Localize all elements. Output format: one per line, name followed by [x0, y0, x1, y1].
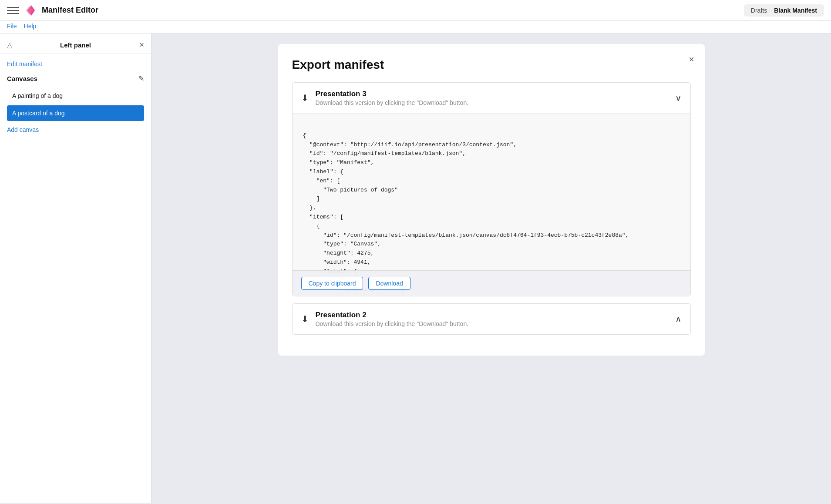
- presentation2-name: Presentation 2: [316, 311, 675, 319]
- left-panel-content: Edit manifest Canvases ✎ A painting of a…: [0, 54, 151, 503]
- app-logo: Manifest Editor: [24, 3, 98, 17]
- presentation3-header[interactable]: ⬇ Presentation 3 Download this version b…: [293, 83, 690, 113]
- add-canvas-link[interactable]: Add canvas: [7, 126, 144, 133]
- drafts-button[interactable]: Drafts: [751, 7, 767, 14]
- export-title: Export manifest: [292, 58, 691, 72]
- app-title: Manifest Editor: [42, 6, 98, 15]
- presentation3-desc: Download this version by clicking the "D…: [316, 99, 675, 106]
- presentation3-chevron[interactable]: ∨: [675, 93, 682, 103]
- export-close-button[interactable]: ×: [689, 54, 694, 64]
- canvases-header: Canvases ✎: [7, 74, 144, 83]
- canvas-item-postcard[interactable]: A postcard of a dog: [7, 105, 144, 121]
- canvases-label: Canvases: [7, 75, 37, 82]
- presentation2-section: ⬇ Presentation 2 Download this version b…: [292, 303, 691, 335]
- left-panel-header: △ Left panel ×: [0, 34, 151, 54]
- menubar: File Help: [0, 21, 831, 34]
- presentation3-code-container[interactable]: { "@context": "http://iiif.io/api/presen…: [293, 113, 690, 296]
- presentation3-section: ⬇ Presentation 3 Download this version b…: [292, 82, 691, 296]
- canvases-section: Canvases ✎ A painting of a dog A postcar…: [7, 74, 144, 133]
- topbar-actions: Drafts Blank Manifest: [744, 4, 824, 17]
- logo-icon: [24, 3, 38, 17]
- file-menu[interactable]: File: [7, 23, 17, 30]
- topbar: Manifest Editor Drafts Blank Manifest: [0, 0, 831, 21]
- presentation2-info: Presentation 2 Download this version by …: [316, 311, 675, 327]
- close-panel-button[interactable]: ×: [139, 40, 144, 50]
- presentation2-chevron[interactable]: ∧: [675, 314, 682, 324]
- canvas-item-painting[interactable]: A painting of a dog: [7, 88, 144, 104]
- left-panel: △ Left panel × Edit manifest Canvases ✎ …: [0, 34, 151, 503]
- main-content: Export manifest × ⬇ Presentation 3 Downl…: [151, 34, 831, 503]
- download-button[interactable]: Download: [368, 277, 410, 290]
- triangle-icon: △: [7, 41, 12, 49]
- action-bar: Copy to clipboard Download: [293, 270, 690, 296]
- presentation2-download-icon[interactable]: ⬇: [301, 314, 309, 324]
- presentation3-name: Presentation 3: [316, 90, 675, 98]
- edit-manifest-link[interactable]: Edit manifest: [7, 60, 144, 67]
- copy-to-clipboard-button[interactable]: Copy to clipboard: [301, 277, 363, 290]
- presentation2-desc: Download this version by clicking the "D…: [316, 320, 675, 327]
- presentation2-header[interactable]: ⬇ Presentation 2 Download this version b…: [293, 304, 690, 334]
- main-layout: △ Left panel × Edit manifest Canvases ✎ …: [0, 34, 831, 503]
- presentation3-download-icon[interactable]: ⬇: [301, 93, 309, 103]
- blank-manifest-button[interactable]: Blank Manifest: [774, 7, 817, 14]
- hamburger-menu-button[interactable]: [7, 4, 19, 17]
- help-menu[interactable]: Help: [24, 23, 37, 30]
- export-card: Export manifest × ⬇ Presentation 3 Downl…: [278, 44, 705, 356]
- left-panel-title: Left panel: [60, 41, 91, 49]
- canvases-edit-icon[interactable]: ✎: [138, 74, 144, 83]
- presentation3-info: Presentation 3 Download this version by …: [316, 90, 675, 106]
- presentation3-code: { "@context": "http://iiif.io/api/presen…: [293, 114, 690, 296]
